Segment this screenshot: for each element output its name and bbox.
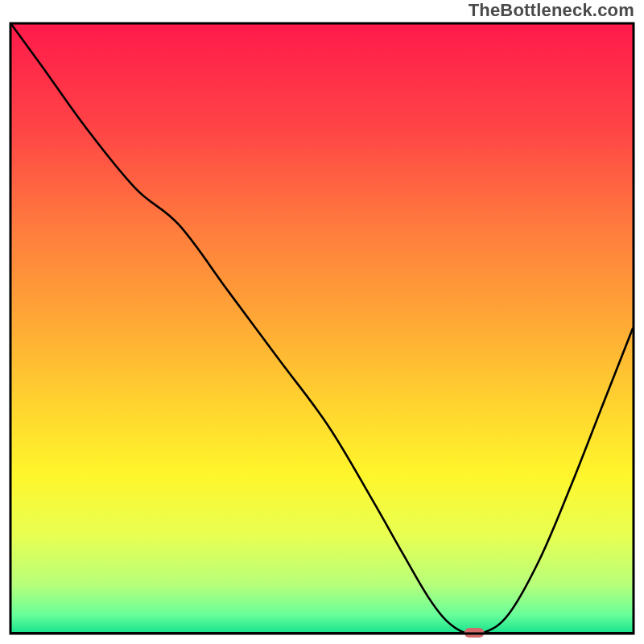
chart-container: TheBottleneck.com: [0, 0, 644, 644]
chart-svg: [0, 0, 644, 644]
gradient-background: [11, 24, 633, 633]
watermark-label: TheBottleneck.com: [469, 0, 634, 21]
